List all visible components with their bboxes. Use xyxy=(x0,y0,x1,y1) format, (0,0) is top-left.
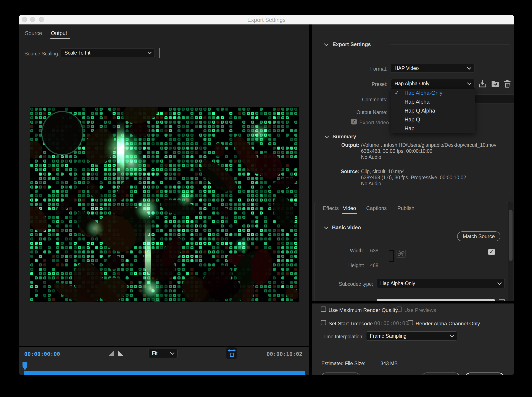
source-scaling-value: Scale To Fit xyxy=(64,50,148,56)
clipped-dropdown[interactable] xyxy=(377,299,495,301)
tab-video[interactable]: Video xyxy=(343,205,356,211)
time-interpolation-value: Frame Sampling xyxy=(370,333,450,339)
menu-item-hap[interactable]: Hap xyxy=(391,124,475,133)
playhead-slit xyxy=(25,363,25,369)
menu-item-hap-q-alpha[interactable]: Hap Q Alpha xyxy=(391,106,475,115)
checkmark-icon: ✓ xyxy=(489,249,494,255)
chevron-down-icon xyxy=(467,65,471,70)
summary-source-audio: No Audio xyxy=(361,181,381,187)
preview-panel: Source Output Source Scaling: Scale To F… xyxy=(19,25,309,375)
use-previews-label: Use Previews xyxy=(404,307,436,313)
chevron-down-icon xyxy=(497,280,502,285)
goto-in-point-icon[interactable] xyxy=(108,350,114,356)
checkmark-icon: ✓ xyxy=(395,89,399,96)
cancel-button[interactable]: Cancel xyxy=(422,372,460,375)
preview-zoom-value: Fit xyxy=(152,350,171,356)
clipped-checkbox[interactable] xyxy=(499,299,505,301)
tab-output-underline xyxy=(50,38,70,39)
width-value[interactable]: 638 xyxy=(370,248,378,254)
output-name-label: Output Name: xyxy=(335,110,387,115)
summary-source-format: 638x468 (1.0), 30 fps, Progressive, 00:0… xyxy=(361,175,466,181)
dimensions-checkbox[interactable]: ✓ xyxy=(488,249,495,255)
summary-header[interactable]: Summary xyxy=(333,134,356,140)
tab-video-underline xyxy=(342,213,357,214)
ok-button[interactable]: OK xyxy=(465,372,504,375)
match-source-button[interactable]: Match Source xyxy=(457,231,500,241)
render-options-panel: Use Maximum Render Quality Use Previews … xyxy=(312,304,514,375)
menu-item-label: Hap xyxy=(404,125,414,132)
summary-output-audio: No Audio xyxy=(361,154,381,160)
width-label: Width: xyxy=(321,248,364,254)
crop-arrows-icon xyxy=(226,347,237,359)
save-preset-icon xyxy=(478,79,487,88)
tab-output[interactable]: Output xyxy=(51,30,67,36)
tab-captions[interactable]: Captions xyxy=(366,205,387,211)
menu-item-label: Hap Alpha xyxy=(404,99,429,105)
use-max-render-quality-label: Use Maximum Render Quality xyxy=(328,307,398,313)
summary-output-path: /Volume…intosh HD/Users/gianpablo/Deskto… xyxy=(361,142,496,148)
match-source-label: Match Source xyxy=(463,233,495,239)
use-max-render-quality-checkbox[interactable] xyxy=(321,306,326,312)
menu-item-label: Hap Q Alpha xyxy=(404,108,435,114)
summary-source-label: Source: xyxy=(320,169,359,174)
link-dimensions-button[interactable] xyxy=(396,249,406,258)
import-preset-icon xyxy=(490,79,500,88)
video-preview xyxy=(30,107,299,302)
format-select[interactable]: HAP Video xyxy=(391,64,474,73)
render-alpha-only-checkbox[interactable] xyxy=(408,320,413,325)
export-settings-window: Export Settings Source Output Source Sca… xyxy=(19,15,514,375)
settings-panel: Export Settings Format: HAP Video Preset… xyxy=(312,25,514,375)
tab-effects[interactable]: Effects xyxy=(323,205,339,211)
goto-out-point-icon[interactable] xyxy=(118,350,124,356)
time-interpolation-select[interactable]: Frame Sampling xyxy=(366,331,457,341)
menu-item-hap-q[interactable]: Hap Q xyxy=(391,115,475,124)
delete-preset-button[interactable] xyxy=(503,79,512,88)
preset-value: Hap Alpha-Only xyxy=(395,81,468,87)
panel-divider xyxy=(309,25,312,375)
height-value[interactable]: 468 xyxy=(370,263,378,269)
time-interpolation-label: Time Interpolation: xyxy=(315,334,364,339)
menu-item-hap-alpha-only[interactable]: ✓ Hap Alpha-Only xyxy=(391,88,475,97)
screen: Export Settings Source Output Source Sca… xyxy=(0,0,532,397)
import-preset-button[interactable] xyxy=(490,79,500,88)
export-video-checkbox[interactable]: ✓ xyxy=(351,119,357,124)
summary-source-clip: Clip, circuit_10.mp4 xyxy=(361,169,405,175)
estimated-file-size-value: 343 MB xyxy=(380,361,398,366)
save-preset-button[interactable] xyxy=(478,79,487,88)
format-label: Format: xyxy=(335,66,387,72)
text-caret xyxy=(160,48,160,58)
work-area-bar[interactable] xyxy=(24,371,305,375)
preview-zoom-select[interactable]: Fit xyxy=(148,349,178,358)
chevron-down-icon xyxy=(467,81,471,85)
subcodec-value: Hap Alpha-Only xyxy=(380,280,498,286)
set-start-timecode-checkbox[interactable] xyxy=(321,320,326,325)
export-settings-header[interactable]: Export Settings xyxy=(333,41,374,47)
estimated-file-size-label: Estimated File Size: xyxy=(322,361,365,366)
comments-label: Comments: xyxy=(335,97,387,102)
render-alpha-only-label: Render Alpha Channel Only xyxy=(415,321,480,327)
titlebar: Export Settings xyxy=(19,15,514,25)
tab-source[interactable]: Source xyxy=(25,30,42,36)
crop-output-button[interactable] xyxy=(226,347,237,359)
scrollbar-thumb[interactable] xyxy=(509,210,513,261)
subcodec-select[interactable]: Hap Alpha-Only xyxy=(377,279,505,288)
metadata-button-label: Metadata… xyxy=(328,374,354,375)
set-start-timecode-label: Set Start Timecode xyxy=(328,321,373,327)
preset-select[interactable]: Hap Alpha-Only xyxy=(391,79,474,88)
ok-button-label: OK xyxy=(481,375,489,375)
menu-item-hap-alpha[interactable]: Hap Alpha xyxy=(391,97,475,106)
metadata-button[interactable]: Metadata… xyxy=(322,372,360,375)
menu-item-label: Hap Alpha-Only xyxy=(404,90,442,96)
divider xyxy=(315,216,507,216)
basic-video-header[interactable]: Basic video xyxy=(332,224,361,230)
tab-publish[interactable]: Publish xyxy=(397,205,414,211)
menu-item-label: Hap Q xyxy=(404,117,420,123)
source-scaling-select[interactable]: Scale To Fit xyxy=(61,48,155,57)
format-value: HAP Video xyxy=(395,65,468,71)
preset-label: Preset: xyxy=(335,81,387,87)
preset-dropdown-menu: ✓ Hap Alpha-Only Hap Alpha Hap Q Alpha H… xyxy=(391,88,475,133)
trash-icon xyxy=(503,79,512,88)
dimensions-bracket xyxy=(389,250,394,262)
export-video-label: Export Video xyxy=(359,119,389,125)
current-timecode[interactable]: 00:00:00:00 xyxy=(24,351,60,357)
